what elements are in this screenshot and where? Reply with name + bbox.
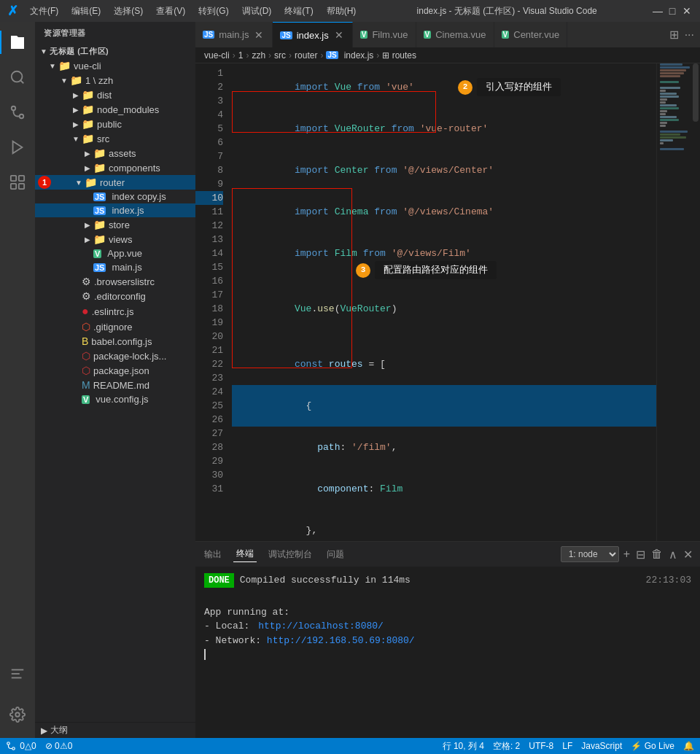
terminal-tab-output[interactable]: 输出	[201, 547, 225, 562]
menu-debug[interactable]: 调试(D)	[236, 4, 278, 19]
tabs-right-controls[interactable]: ⊞ ···	[669, 28, 700, 42]
close-button[interactable]: ✕	[681, 5, 693, 17]
center-vue-tab-label: Center.vue	[513, 29, 559, 40]
tree-dist[interactable]: ▶ 📁 dist	[35, 88, 195, 102]
delete-terminal-button[interactable]: 🗑	[650, 546, 664, 562]
router-arrow-icon: ▼	[73, 179, 85, 187]
breadcrumb-vue-cli[interactable]: vue-cli	[204, 50, 230, 61]
notification-icon[interactable]: 🔔	[683, 741, 694, 751]
terminal-instance-select[interactable]: 1: node	[561, 546, 619, 562]
line-col-status[interactable]: 行 10, 列 4	[443, 740, 484, 753]
terminal-cursor-line	[204, 648, 691, 662]
new-terminal-button[interactable]: +	[622, 546, 631, 562]
search-activity-icon[interactable]	[0, 60, 35, 95]
more-actions-icon[interactable]: ···	[685, 28, 694, 42]
tree-public[interactable]: ▶ 📁 public	[35, 117, 195, 131]
maximize-terminal-button[interactable]: ∧	[667, 546, 679, 563]
breadcrumb-src[interactable]: src	[274, 50, 286, 61]
tree-1-zzh[interactable]: ▼ 📁 1 \ zzh	[35, 73, 195, 88]
errors-warnings-status[interactable]: ⊘ 0⚠0	[45, 741, 73, 751]
tree-src[interactable]: ▼ 📁 src	[35, 131, 195, 146]
package-lock-label: package-lock.js...	[93, 351, 166, 362]
terminal-local-url[interactable]: http://localhost:8080/	[258, 621, 384, 631]
menu-select[interactable]: 选择(S)	[108, 4, 149, 19]
tab-index-js[interactable]: JS index.js ✕	[273, 22, 352, 47]
tree-vue-config[interactable]: V vue.config.js	[35, 392, 195, 406]
tree-package-json[interactable]: ⬡ package.json	[35, 363, 195, 378]
menu-help[interactable]: 帮助(H)	[321, 4, 362, 19]
git-branch-status[interactable]: 0△0	[6, 741, 36, 752]
split-terminal-button[interactable]: ⊟	[634, 546, 647, 563]
menu-bar[interactable]: 文件(F) 编辑(E) 选择(S) 查看(V) 转到(G) 调试(D) 终端(T…	[24, 4, 362, 19]
menu-goto[interactable]: 转到(G)	[192, 4, 234, 19]
minimize-button[interactable]: —	[652, 5, 664, 17]
breadcrumb-router[interactable]: router	[295, 50, 317, 61]
language-status[interactable]: JavaScript	[581, 741, 622, 751]
breadcrumb-routes[interactable]: ⊞ routes	[382, 50, 416, 61]
tree-node-modules[interactable]: ▶ 📁 node_modules	[35, 102, 195, 117]
main-js-tab-close[interactable]: ✕	[253, 28, 265, 42]
tree-editorconfig[interactable]: ⚙ .editorconfig	[35, 289, 195, 303]
tab-main-js[interactable]: JS main.js ✕	[195, 22, 273, 47]
breadcrumb-zzh[interactable]: zzh	[252, 50, 265, 61]
menu-file[interactable]: 文件(F)	[24, 4, 64, 19]
extensions-activity-icon[interactable]	[0, 165, 35, 200]
debug-activity-icon[interactable]	[0, 130, 35, 165]
tree-app-vue[interactable]: V App.vue	[35, 246, 195, 260]
tree-router[interactable]: 1 ▼ 📁 router	[35, 175, 195, 190]
tree-index-copy-js[interactable]: JS index copy.js	[35, 190, 195, 203]
menu-edit[interactable]: 编辑(E)	[66, 4, 106, 19]
tree-vue-cli[interactable]: ▼ 📁 vue-cli	[35, 58, 195, 73]
vue-cli-label: vue-cli	[74, 61, 101, 71]
terminal-local-line: - Local: http://localhost:8080/	[204, 619, 691, 634]
terminal-tab-terminal[interactable]: 终端	[233, 546, 257, 562]
store-label: store	[109, 219, 130, 230]
terminal-empty-line	[204, 591, 691, 605]
go-live-status[interactable]: ⚡ Go Live	[631, 741, 674, 751]
tree-assets[interactable]: ▶ 📁 assets	[35, 146, 195, 160]
settings-activity-icon[interactable]	[0, 697, 35, 732]
breadcrumb-index-js[interactable]: index.js	[344, 50, 374, 61]
tree-store[interactable]: ▶ 📁 store	[35, 217, 195, 232]
close-terminal-button[interactable]: ✕	[682, 546, 694, 563]
tree-main-js[interactable]: JS main.js	[35, 260, 195, 274]
index-js-tab-close[interactable]: ✕	[333, 28, 345, 42]
svg-rect-7	[19, 176, 24, 181]
tree-babel-config[interactable]: B babel.config.js	[35, 334, 195, 349]
line-ending-status[interactable]: LF	[562, 741, 572, 751]
tree-eslintrc[interactable]: ● .eslintrc.js	[35, 303, 195, 319]
outline-section[interactable]: ▶ 大纲	[35, 722, 195, 738]
dist-folder-icon: 📁	[82, 89, 94, 101]
tree-components[interactable]: ▶ 📁 components	[35, 160, 195, 175]
split-editor-icon[interactable]: ⊞	[669, 28, 679, 42]
breadcrumb-1[interactable]: 1	[238, 50, 244, 61]
tree-views[interactable]: ▶ 📁 views	[35, 232, 195, 246]
tree-gitignore[interactable]: ⬡ .gitignore	[35, 319, 195, 334]
minimap-scrollbar[interactable]	[693, 63, 699, 122]
maximize-button[interactable]: □	[666, 5, 678, 17]
explorer-activity-icon[interactable]	[0, 25, 35, 60]
window-controls[interactable]: — □ ✕	[652, 5, 693, 17]
tree-workspace[interactable]: ▼ 无标题 (工作区)	[35, 44, 195, 58]
tab-center-vue[interactable]: V Center.vue	[494, 22, 568, 47]
tab-cinema-vue[interactable]: V Cinema.vue	[416, 22, 494, 47]
code-content[interactable]: 2 引入写好的组件 3 配置路由路径对应的组件 import Vue from …	[232, 63, 656, 541]
terminal-tab-problems[interactable]: 问题	[324, 547, 347, 562]
source-control-activity-icon[interactable]	[0, 95, 35, 130]
tree-readme[interactable]: M README.md	[35, 378, 195, 392]
terminal-content[interactable]: DONE Compiled successfully in 114ms 22:1…	[195, 567, 700, 738]
outline-activity-icon[interactable]	[0, 656, 35, 691]
terminal-network-url[interactable]: http://192.168.50.69:8080/	[267, 635, 415, 646]
spaces-status[interactable]: 空格: 2	[493, 740, 520, 753]
menu-view[interactable]: 查看(V)	[150, 4, 191, 19]
terminal-tab-debug[interactable]: 调试控制台	[265, 547, 315, 562]
terminal-cursor	[204, 649, 211, 660]
tree-package-lock[interactable]: ⬡ package-lock.js...	[35, 349, 195, 363]
menu-terminal[interactable]: 终端(T)	[279, 4, 319, 19]
node-modules-label: node_modules	[97, 104, 159, 115]
minimap[interactable]	[656, 63, 700, 541]
tree-browserslistrc[interactable]: ⚙ .browserslistrc	[35, 274, 195, 289]
tree-index-js[interactable]: JS index.js	[35, 203, 195, 217]
encoding-status[interactable]: UTF-8	[529, 741, 553, 751]
tab-film-vue[interactable]: V Film.vue	[353, 22, 416, 47]
